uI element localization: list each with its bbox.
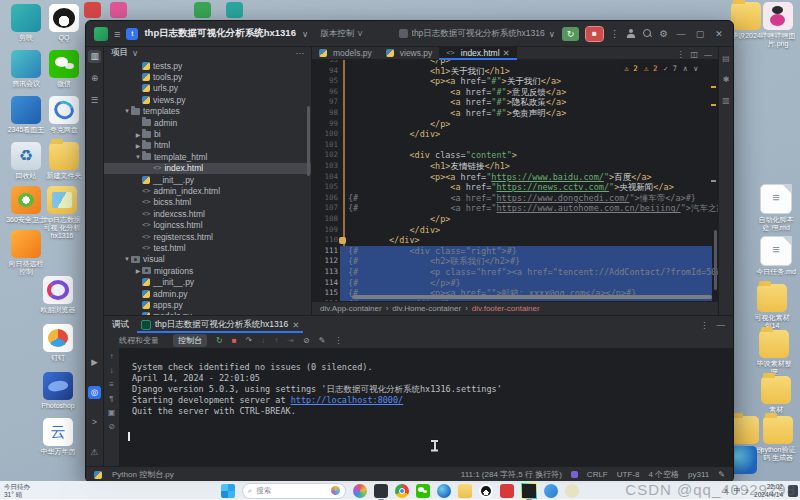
desktop-icon-微信[interactable]: 微信 (44, 50, 84, 88)
desktop-icon-钉钉[interactable]: 钉钉 (38, 324, 78, 362)
print-icon[interactable]: ¶ (109, 394, 113, 403)
notifications-button[interactable] (788, 485, 798, 497)
code-line-114[interactable]: 114{# </p>#} (312, 278, 718, 289)
more-icon[interactable]: ⋮ (334, 336, 342, 345)
tree-item-admin.py[interactable]: admin.py (104, 288, 311, 299)
code-line-105[interactable]: 105 <a href="https://news.cctv.com/">央视新… (312, 182, 718, 193)
breadcrumb-div.App-container[interactable]: div.App-container (320, 304, 382, 313)
horizontal-scrollbar[interactable] (352, 295, 712, 299)
code-line-103[interactable]: 103 <h1>友情链接</h1> (312, 161, 718, 172)
tree-item-__init__.py[interactable]: __init__.py (104, 174, 311, 185)
file-encoding[interactable]: UTF-8 (617, 470, 640, 479)
hide-icon[interactable]: — (704, 50, 712, 59)
code-line-101[interactable]: 101 (312, 140, 718, 151)
code-line-106[interactable]: 106{# <a href="https://www.dongchedi.com… (312, 193, 718, 204)
taskbar-qq[interactable] (479, 484, 493, 498)
tree-item-migrations[interactable]: ▶migrations (104, 265, 311, 276)
warning-stripe-mark[interactable] (711, 104, 716, 106)
settings-gear-icon[interactable]: ⚙ (659, 28, 668, 39)
tree-item-views.py[interactable]: views.py (104, 94, 311, 105)
debug-session-tab[interactable]: thp日志数据可视化分析系统hx1316 ✕ (137, 316, 303, 333)
step-into-icon[interactable]: ↓ (261, 336, 265, 345)
tray-expand-icon[interactable]: ∧ (723, 487, 728, 495)
status-left[interactable]: Python 控制台.py (112, 469, 174, 480)
code-line-99[interactable]: 99 </p> (312, 119, 718, 130)
caret-position[interactable]: 111:1 (284 字符,5 行 换行符) (461, 469, 562, 480)
desktop-icon-今日任务.md[interactable]: 今日任务.md (756, 236, 796, 276)
todo-widget[interactable]: 今日待办 31° 晴 (4, 483, 30, 499)
scrollbar[interactable] (307, 106, 310, 176)
desktop-icon-2345看图王[interactable]: 2345看图王 (6, 96, 46, 134)
tree-item-admin_index.html[interactable]: <>admin_index.html (104, 185, 311, 196)
stop-icon[interactable]: ■ (232, 336, 237, 345)
minimize-button[interactable]: — (675, 29, 687, 39)
tree-item-apps.py[interactable]: apps.py (104, 299, 311, 310)
scrollbar[interactable] (714, 230, 717, 290)
more-icon[interactable]: ⋮ (676, 50, 684, 59)
breadcrumb-div.Home-container[interactable]: div.Home-container (392, 304, 461, 313)
search-icon[interactable] (643, 29, 652, 38)
code-line-113[interactable]: 113{# <p class="href"><a href="tencent:/… (312, 267, 718, 278)
chevron-down-icon[interactable]: ▼ (123, 256, 131, 262)
tab-models.py[interactable]: models.py (312, 46, 379, 59)
line-separator[interactable]: CRLF (587, 470, 608, 479)
debug-view-tab-线程和变量[interactable]: 线程和变量 (114, 334, 164, 347)
maximize-button[interactable]: ▢ (694, 29, 706, 39)
code-line-107[interactable]: 107{# <a href="https://www.autohome.com.… (312, 203, 718, 214)
rerun-button[interactable]: ↻ (562, 27, 579, 41)
tree-item-bi[interactable]: ▶bi (104, 128, 311, 139)
run-config-selector[interactable]: thp日志数据可视化分析系统hx1316 ∨ (399, 28, 555, 40)
code-line-96[interactable]: 96 <a href="#">意见反馈</a> (312, 87, 718, 98)
tree-item-templates[interactable]: ▼templates (104, 106, 311, 117)
desktop-icon-剪映[interactable]: 剪映 (6, 4, 46, 42)
desktop-icon-Photoshop[interactable]: Photoshop (38, 372, 78, 410)
close-icon[interactable]: ✕ (503, 48, 510, 58)
tree-item-__init__.py[interactable]: __init__.py (104, 276, 311, 287)
tree-item-registercss.html[interactable]: <>registercss.html (104, 231, 311, 242)
prev-problem-icon[interactable]: ∧ (683, 64, 688, 73)
code-line-108[interactable]: 108 </p> (312, 214, 718, 225)
project-title[interactable]: thp日志数据可视化分析系统hx1316 (144, 27, 296, 40)
taskbar-wechat[interactable] (416, 484, 430, 498)
stop-button[interactable]: ■ (586, 27, 603, 41)
desktop-icon-stub[interactable] (226, 2, 243, 18)
debug-view-tab-控制台[interactable]: 控制台 (173, 334, 207, 347)
stripe-mark[interactable] (711, 180, 716, 182)
more-icon[interactable]: ⋯ (296, 48, 305, 58)
taskbar-explorer[interactable] (458, 484, 472, 498)
tree-item-models.py[interactable]: models.py (104, 311, 311, 316)
terminal-icon[interactable]: > (88, 416, 101, 429)
more-icon[interactable]: ⋮ (700, 320, 709, 330)
desktop-icon-stub[interactable] (194, 2, 211, 18)
chevron-right-icon[interactable]: ▶ (134, 131, 142, 138)
tree-item-urls.py[interactable]: urls.py (104, 83, 311, 94)
desktop-icon-哔哩哔哩图片.png[interactable]: 哔哩哔哩图片.png (758, 2, 798, 48)
code-line-111[interactable]: 111{# <div class="right">#} (312, 246, 718, 257)
tree-item-indexcss.html[interactable]: <>indexcss.html (104, 208, 311, 219)
taskbar-telegram-app[interactable] (544, 484, 558, 498)
desktop-icon-欧朋浏览器[interactable]: 欧朋浏览器 (38, 276, 78, 314)
desktop-icon-thp日志数据可视 化分析hx1316[interactable]: thp日志数据可视 化分析hx1316 (42, 186, 82, 240)
tree-item-test.html[interactable]: <>test.html (104, 242, 311, 253)
code-line-98[interactable]: 98 <a href="#">免责声明</a> (312, 108, 718, 119)
scroll-bottom-icon[interactable]: ↓ (110, 366, 114, 375)
taskbar-paint-app[interactable] (353, 484, 367, 498)
problems-icon[interactable]: ⚠ (88, 446, 101, 459)
vcs-widget[interactable]: 版本控制 ∨ (320, 28, 363, 40)
python-interpreter[interactable]: py311 (688, 470, 709, 479)
tree-item-visual[interactable]: ▼visual (104, 254, 311, 265)
tab-views.py[interactable]: views.py (379, 46, 440, 59)
taskbar-music-app[interactable] (500, 484, 514, 498)
intention-bulb-icon[interactable] (339, 237, 346, 244)
more-icon[interactable]: ⋮ (610, 28, 620, 39)
debug-console[interactable]: System check identified no issues (0 sil… (120, 348, 733, 467)
code-line-109[interactable]: 109 </div> (312, 225, 718, 236)
desktop-icon-自动化脚本处 理.md[interactable]: 自动化脚本处 理.md (756, 184, 796, 232)
hide-icon[interactable]: — (717, 320, 726, 330)
desktop-icon-素材[interactable]: 素材 (756, 376, 796, 414)
commit-icon[interactable]: ⊕ (88, 72, 101, 85)
code-line-104[interactable]: 104 <p><a href="https://www.baidu.com/">… (312, 172, 718, 183)
desktop-icon-QQ[interactable]: QQ (44, 4, 84, 42)
tree-item-tests.py[interactable]: tests.py (104, 60, 311, 71)
mute-breakpoints-icon[interactable]: ⊘ (303, 336, 310, 345)
